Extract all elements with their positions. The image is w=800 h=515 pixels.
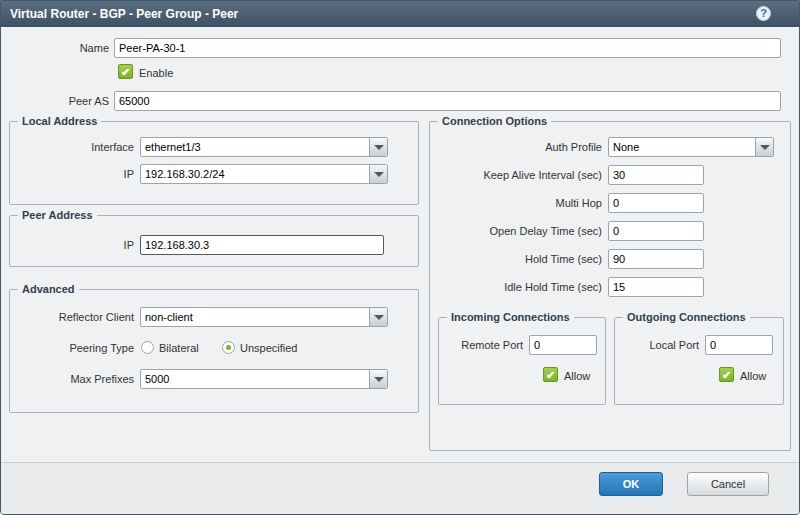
chevron-down-icon[interactable] (369, 308, 387, 326)
chevron-down-icon (374, 172, 384, 177)
open-delay-input[interactable] (608, 221, 704, 241)
chevron-down-icon (760, 145, 770, 150)
dialog-title: Virtual Router - BGP - Peer Group - Peer (10, 7, 238, 21)
advanced-fieldset: Advanced Reflector Client non-client Pee… (9, 283, 419, 413)
name-label: Name (21, 38, 109, 58)
chevron-down-icon (374, 315, 384, 320)
local-port-label: Local Port (615, 335, 699, 355)
hold-time-input[interactable] (608, 249, 704, 269)
chevron-down-icon[interactable] (369, 138, 387, 156)
ok-button[interactable]: OK (599, 472, 663, 496)
incoming-connections-legend: Incoming Connections (447, 311, 574, 323)
local-ip-dropdown[interactable]: 192.168.30.2/24 (140, 164, 388, 184)
incoming-allow-label: Allow (564, 368, 590, 384)
peer-ip-label: IP (10, 235, 134, 255)
keep-alive-label: Keep Alive Interval (sec) (430, 165, 602, 185)
interface-value: ethernet1/3 (145, 138, 367, 156)
interface-label: Interface (10, 137, 134, 157)
auth-profile-dropdown[interactable]: None (608, 137, 774, 157)
reflector-client-value: non-client (145, 308, 367, 326)
idle-hold-time-input[interactable] (608, 277, 704, 297)
open-delay-label: Open Delay Time (sec) (430, 221, 602, 241)
enable-label: Enable (139, 65, 173, 81)
keep-alive-input[interactable] (608, 165, 704, 185)
local-address-legend: Local Address (18, 115, 101, 127)
bgp-peer-dialog: Virtual Router - BGP - Peer Group - Peer… (0, 0, 800, 515)
local-ip-label: IP (10, 164, 134, 184)
local-port-input[interactable] (705, 335, 773, 355)
chevron-down-icon[interactable] (369, 370, 387, 388)
connection-options-fieldset: Connection Options Auth Profile None Kee… (429, 115, 791, 451)
hold-time-label: Hold Time (sec) (430, 249, 602, 269)
chevron-down-icon (374, 145, 384, 150)
max-prefixes-dropdown[interactable]: 5000 (140, 369, 388, 389)
idle-hold-time-label: Idle Hold Time (sec) (430, 277, 602, 297)
interface-dropdown[interactable]: ethernet1/3 (140, 137, 388, 157)
incoming-allow-checkbox[interactable] (543, 367, 558, 382)
chevron-down-icon[interactable] (755, 138, 773, 156)
auth-profile-value: None (613, 138, 753, 156)
local-ip-value: 192.168.30.2/24 (145, 165, 367, 183)
remote-port-label: Remote Port (439, 335, 523, 355)
peer-address-fieldset: Peer Address IP (9, 209, 419, 267)
advanced-legend: Advanced (18, 283, 79, 295)
outgoing-allow-label: Allow (740, 368, 766, 384)
peer-address-legend: Peer Address (18, 209, 97, 221)
peering-type-unspecified-label: Unspecified (240, 340, 297, 356)
multi-hop-label: Multi Hop (430, 193, 602, 213)
peering-type-bilateral-radio[interactable] (141, 341, 154, 354)
local-address-fieldset: Local Address Interface ethernet1/3 IP 1… (9, 115, 419, 205)
peering-type-bilateral-label: Bilateral (159, 340, 199, 356)
max-prefixes-value: 5000 (145, 370, 367, 388)
help-icon[interactable]: ? (756, 6, 771, 21)
chevron-down-icon (374, 377, 384, 382)
connection-options-legend: Connection Options (438, 115, 551, 127)
peer-as-input[interactable] (114, 91, 781, 111)
incoming-connections-fieldset: Incoming Connections Remote Port Allow (438, 311, 606, 405)
dialog-footer: OK Cancel (1, 462, 799, 515)
peering-type-unspecified-radio[interactable] (222, 341, 235, 354)
enable-checkbox[interactable] (118, 64, 133, 79)
outgoing-connections-legend: Outgoing Connections (623, 311, 750, 323)
reflector-client-label: Reflector Client (10, 307, 134, 327)
name-input[interactable] (114, 38, 781, 58)
dialog-titlebar: Virtual Router - BGP - Peer Group - Peer… (1, 1, 799, 27)
peering-type-label: Peering Type (10, 338, 134, 358)
peer-as-label: Peer AS (21, 91, 109, 111)
outgoing-allow-checkbox[interactable] (719, 367, 734, 382)
chevron-down-icon[interactable] (369, 165, 387, 183)
cancel-button[interactable]: Cancel (687, 472, 769, 496)
multi-hop-input[interactable] (608, 193, 704, 213)
remote-port-input[interactable] (529, 335, 597, 355)
reflector-client-dropdown[interactable]: non-client (140, 307, 388, 327)
peer-ip-input[interactable] (140, 235, 384, 255)
auth-profile-label: Auth Profile (430, 137, 602, 157)
max-prefixes-label: Max Prefixes (10, 369, 134, 389)
outgoing-connections-fieldset: Outgoing Connections Local Port Allow (614, 311, 784, 405)
